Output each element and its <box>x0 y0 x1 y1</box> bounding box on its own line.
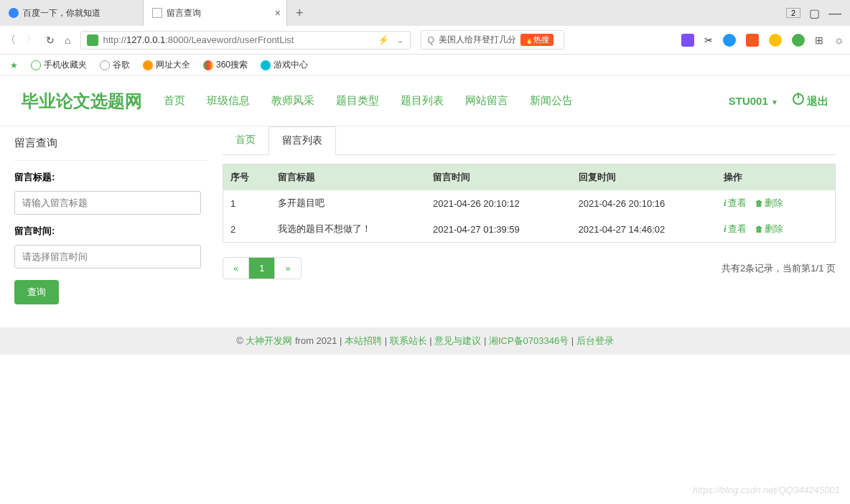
sidebar-title: 留言查询 <box>14 136 208 150</box>
nav-link[interactable]: 网站留言 <box>465 94 508 108</box>
label-title: 留言标题: <box>14 171 208 184</box>
logout-button[interactable]: 退出 <box>793 93 828 108</box>
search-sidebar: 留言查询 留言标题: 留言时间: 查询 <box>14 126 223 314</box>
url-port: :8000 <box>165 34 189 45</box>
browser-tab[interactable]: 百度一下，你就知道 <box>0 0 144 26</box>
view-button[interactable]: 查看 <box>724 197 747 208</box>
tab-title: 百度一下，你就知道 <box>23 7 101 19</box>
main-nav: 首页 班级信息 教师风采 题目类型 题目列表 网站留言 新闻公告 <box>164 94 573 108</box>
scissors-icon[interactable]: ✂ <box>704 34 713 46</box>
window-icon[interactable]: ▢ <box>809 6 820 20</box>
power-icon <box>793 93 804 105</box>
cell-time: 2021-04-27 01:39:59 <box>426 216 571 243</box>
toolbar-icons: ✂ ⊞ ☼ <box>681 34 844 47</box>
footer-link[interactable]: 联系站长 <box>390 335 427 346</box>
new-tab-button[interactable]: + <box>287 6 312 21</box>
translate-icon[interactable] <box>681 34 694 47</box>
forward-button[interactable]: 〉 <box>26 34 36 47</box>
label-time: 留言时间: <box>14 225 208 238</box>
hotsearch-badge: 🔥热搜 <box>520 34 554 46</box>
tab-title: 留言查询 <box>167 7 201 19</box>
bookmark-item[interactable]: 游戏中心 <box>261 59 308 71</box>
bookmark-item[interactable]: 谷歌 <box>100 59 130 71</box>
url-host: 127.0.0.1 <box>126 34 165 45</box>
tab-home[interactable]: 首页 <box>223 126 268 154</box>
th-reply: 回复时间 <box>571 164 716 191</box>
game-icon[interactable] <box>746 34 759 47</box>
minimize-icon[interactable]: — <box>828 6 841 21</box>
page-next[interactable]: » <box>275 258 300 279</box>
th-title: 留言标题 <box>271 164 426 191</box>
bookmark-item[interactable]: 网址大全 <box>143 59 190 71</box>
footer-link[interactable]: 后台登录 <box>576 335 614 346</box>
cell-no: 1 <box>223 190 271 216</box>
address-bar: 〈 〉 ↻ ⌂ http://127.0.0.1:8000/Leaveword/… <box>0 26 850 55</box>
th-time: 留言时间 <box>426 164 571 191</box>
pagination: « 1 » 共有2条记录，当前第1/1 页 <box>223 257 836 279</box>
page-info: 共有2条记录，当前第1/1 页 <box>721 262 836 275</box>
content-tabs: 首页 留言列表 <box>223 126 836 155</box>
url-scheme: http:// <box>103 34 126 45</box>
cell-title: 我选的题目不想做了！ <box>271 216 426 243</box>
back-button[interactable]: 〈 <box>6 34 16 47</box>
sun-icon[interactable]: ☼ <box>833 34 844 47</box>
footer-link[interactable]: 意见与建议 <box>434 335 481 346</box>
th-no: 序号 <box>223 164 271 191</box>
site-header: 毕业论文选题网 首页 班级信息 教师风采 题目类型 题目列表 网站留言 新闻公告… <box>0 76 850 126</box>
url-input[interactable]: http://127.0.0.1:8000/Leaveword/userFron… <box>80 31 411 50</box>
browser-search-input[interactable]: Q 美国人给拜登打几分 🔥热搜 <box>421 30 564 50</box>
close-icon[interactable]: × <box>275 7 281 19</box>
grid-icon[interactable]: ⊞ <box>815 34 823 46</box>
site-logo[interactable]: 毕业论文选题网 <box>22 90 142 113</box>
cell-reply: 2021-04-26 20:10:16 <box>571 190 716 216</box>
time-input[interactable] <box>14 245 201 269</box>
home-button[interactable]: ⌂ <box>65 34 70 46</box>
tab-counter: 2 <box>786 8 800 18</box>
bookmark-star-icon[interactable]: ★ <box>10 60 18 70</box>
browser-tab-active[interactable]: 留言查询 × <box>144 0 287 26</box>
favicon-baidu <box>9 8 19 18</box>
main-content: 首页 留言列表 序号 留言标题 留言时间 回复时间 操作 1 多开题目吧 202… <box>223 126 836 314</box>
cell-reply: 2021-04-27 14:46:02 <box>571 216 716 243</box>
bookmark-item[interactable]: 360搜索 <box>203 59 248 71</box>
caret-down-icon: ▼ <box>771 98 778 106</box>
table-row: 2 我选的题目不想做了！ 2021-04-27 01:39:59 2021-04… <box>223 216 836 243</box>
browser-tab-strip: 百度一下，你就知道 留言查询 × + 2 ▢ — <box>0 0 850 26</box>
nav-link[interactable]: 首页 <box>164 94 185 108</box>
page-current[interactable]: 1 <box>249 258 275 279</box>
chevron-down-icon[interactable]: ⌄ <box>396 34 404 45</box>
cell-title: 多开题目吧 <box>271 190 426 216</box>
footer-link[interactable]: 大神开发网 <box>246 335 292 346</box>
tab-list[interactable]: 留言列表 <box>268 126 336 155</box>
nav-link[interactable]: 新闻公告 <box>530 94 573 108</box>
coin-icon[interactable] <box>769 34 782 47</box>
cell-no: 2 <box>223 216 271 243</box>
view-button[interactable]: 查看 <box>724 223 747 234</box>
chat-icon[interactable] <box>792 34 805 47</box>
favicon-page <box>152 8 162 18</box>
search-text: 美国人给拜登打几分 <box>439 34 516 46</box>
message-table: 序号 留言标题 留言时间 回复时间 操作 1 多开题目吧 2021-04-26 … <box>223 164 836 243</box>
query-button[interactable]: 查询 <box>14 280 59 304</box>
footer-link[interactable]: 本站招聘 <box>345 335 382 346</box>
delete-button[interactable]: 删除 <box>755 197 783 208</box>
footer-link[interactable]: 湘ICP备0703346号 <box>489 335 569 346</box>
nav-link[interactable]: 班级信息 <box>207 94 250 108</box>
bookmark-item[interactable]: 手机收藏夹 <box>31 59 87 71</box>
nav-link[interactable]: 题目类型 <box>336 94 379 108</box>
nav-link[interactable]: 教师风采 <box>271 94 314 108</box>
nav-link[interactable]: 题目列表 <box>401 94 444 108</box>
reload-button[interactable]: ↻ <box>46 34 55 46</box>
cell-time: 2021-04-26 20:10:12 <box>426 190 571 216</box>
shield-icon <box>87 34 98 46</box>
th-action: 操作 <box>716 164 836 191</box>
url-path: /Leaveword/userFrontList <box>189 34 294 45</box>
delete-button[interactable]: 删除 <box>755 223 783 234</box>
page-prev[interactable]: « <box>223 258 249 279</box>
title-input[interactable] <box>14 191 201 215</box>
table-row: 1 多开题目吧 2021-04-26 20:10:12 2021-04-26 2… <box>223 190 836 216</box>
bookmarks-bar: ★ 手机收藏夹 谷歌 网址大全 360搜索 游戏中心 <box>0 55 850 76</box>
user-dropdown[interactable]: STU001 ▼ <box>729 95 778 107</box>
flash-icon[interactable]: ⚡ <box>378 34 389 45</box>
search-plugin-icon[interactable] <box>723 34 736 47</box>
